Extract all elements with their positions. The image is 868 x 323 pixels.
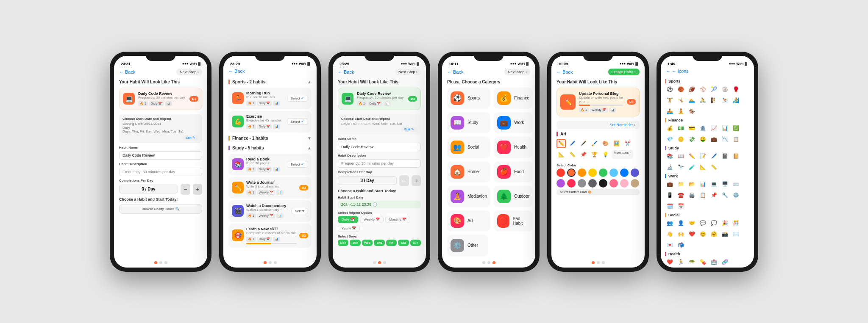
fi-3[interactable]: 🏦 xyxy=(698,124,707,133)
si-7[interactable]: 🏋️ xyxy=(665,96,674,105)
run-fire[interactable]: 🔥 1 xyxy=(246,101,256,106)
monthly-opt[interactable]: Monthly 📅 xyxy=(385,216,410,223)
exercise-select[interactable]: Select ✓ xyxy=(287,118,308,125)
skill-chart[interactable]: 📊 xyxy=(273,237,280,242)
doc-weekly[interactable]: Weekly 📅 xyxy=(257,213,275,218)
si-10[interactable]: 🚴 xyxy=(698,96,707,105)
color-1[interactable] xyxy=(567,168,576,177)
cat-home[interactable]: 🏠 Home xyxy=(447,161,490,182)
si-8[interactable]: 🤸 xyxy=(676,96,685,105)
color-12[interactable] xyxy=(599,179,607,188)
si-13[interactable]: 🏄 xyxy=(731,96,740,105)
color-10[interactable] xyxy=(578,179,586,188)
back-btn-2[interactable]: ← Back xyxy=(228,69,245,74)
hi-3[interactable]: 💊 xyxy=(698,257,707,267)
run-daily[interactable]: Daily 📅 xyxy=(257,101,272,106)
j-fire[interactable]: 🔥 1 xyxy=(246,190,256,195)
back-btn-1[interactable]: ← Back xyxy=(119,69,135,75)
create-btn-5[interactable]: Create Habit + xyxy=(608,69,640,75)
soi-1[interactable]: 👤 xyxy=(676,218,685,228)
wi-7[interactable]: 📱 xyxy=(665,190,674,200)
cat-health[interactable]: ❤️ Health xyxy=(494,137,533,158)
doc-chart[interactable]: 📊 xyxy=(276,213,284,218)
browse-btn-1[interactable]: Browse Ready Habits 🔍 xyxy=(119,204,202,214)
back-btn-6[interactable]: ← ← icons xyxy=(666,69,689,74)
skill-daily[interactable]: Daily 📅 xyxy=(257,237,272,242)
sti-4[interactable]: 🖊️ xyxy=(709,152,718,161)
color-8[interactable] xyxy=(556,179,565,188)
soi-13[interactable]: ✉️ xyxy=(731,229,740,239)
art-icon-2[interactable]: 🖋️ xyxy=(579,139,588,148)
sti-10[interactable]: 📐 xyxy=(698,163,707,172)
stepper-minus-1[interactable]: − xyxy=(181,184,190,195)
si-1[interactable]: 🏀 xyxy=(676,85,685,94)
back-btn-5[interactable]: ← Back xyxy=(556,69,573,75)
cat-study[interactable]: 📖 Study xyxy=(447,112,490,133)
fire-btn-1[interactable]: 🔥 1 xyxy=(138,101,148,106)
fi-9[interactable]: 💸 xyxy=(687,135,696,144)
color-2[interactable] xyxy=(578,168,586,177)
color-7[interactable] xyxy=(631,168,639,177)
sti-9[interactable]: 🧪 xyxy=(687,163,696,172)
color-11[interactable] xyxy=(588,179,597,188)
edit-btn-3[interactable]: Edit ✎ xyxy=(401,127,417,132)
si-6[interactable]: 🥊 xyxy=(731,85,740,94)
fi-7[interactable]: 💎 xyxy=(665,135,674,144)
stepper-inp-3[interactable] xyxy=(338,176,397,185)
plus-3[interactable]: + xyxy=(412,175,421,186)
daily-opt[interactable]: Daily 📅 xyxy=(338,216,358,223)
skill-fire[interactable]: 🔥 1 xyxy=(246,237,256,242)
wi-11[interactable]: 📌 xyxy=(709,190,718,200)
color-14[interactable] xyxy=(620,179,629,188)
more-icons-btn-5[interactable]: More icons › xyxy=(612,150,633,159)
stepper-plus-1[interactable]: + xyxy=(193,184,203,195)
si-3[interactable]: ⚾ xyxy=(698,85,707,94)
chart-btn-1[interactable]: 📊 xyxy=(165,101,172,106)
hi-4[interactable]: 🏥 xyxy=(709,257,718,267)
wi-2[interactable]: 📂 xyxy=(687,179,696,189)
tue-btn[interactable]: Tue xyxy=(350,240,360,246)
sti-0[interactable]: 📚 xyxy=(665,152,674,161)
p3-fire[interactable]: 🔥 1 xyxy=(357,101,367,106)
thu-btn[interactable]: Thu xyxy=(374,240,384,246)
weekly-opt[interactable]: Weekly 📅 xyxy=(360,216,384,223)
custom-color-btn-5[interactable]: Select Custom Color 🎨 xyxy=(556,189,640,195)
fi-2[interactable]: 💳 xyxy=(687,124,696,133)
hi-2[interactable]: 🥗 xyxy=(687,257,696,267)
art-icon-8[interactable]: 📏 xyxy=(568,150,577,159)
cat-other[interactable]: ⚙️ Other xyxy=(447,235,488,256)
soi-2[interactable]: 🤝 xyxy=(687,218,696,228)
soi-12[interactable]: 📸 xyxy=(720,229,729,239)
soi-7[interactable]: 👋 xyxy=(665,229,674,239)
sti-5[interactable]: 📓 xyxy=(720,152,729,161)
h-desc-input-3[interactable] xyxy=(338,159,421,168)
h-name-input-3[interactable] xyxy=(338,143,421,151)
art-icon-1[interactable]: 🖊️ xyxy=(568,139,577,148)
rb-fire[interactable]: 🔥 1 xyxy=(246,167,256,172)
next-btn-4[interactable]: Next Step › xyxy=(504,69,530,75)
cat-outdoor[interactable]: 🌲 Outdoor xyxy=(494,186,533,207)
soi-6[interactable]: 🎊 xyxy=(731,218,740,228)
wi-12[interactable]: 🔧 xyxy=(720,190,729,200)
art-icon-11[interactable]: 💡 xyxy=(601,150,610,159)
fi-8[interactable]: 🪙 xyxy=(676,135,685,144)
reminder-btn-5[interactable]: Set Reminder › xyxy=(556,121,640,129)
sti-8[interactable]: 🔭 xyxy=(676,163,685,172)
soi-9[interactable]: ❤️ xyxy=(687,229,696,239)
edit-btn-1[interactable]: Edit ✎ xyxy=(182,135,199,141)
hi-5[interactable]: 🧬 xyxy=(720,257,729,267)
finance-collapse[interactable]: ▼ xyxy=(307,136,312,141)
si-9[interactable]: 🏊 xyxy=(687,96,696,105)
soi-14[interactable]: 💌 xyxy=(665,240,674,250)
minus-3[interactable]: − xyxy=(399,175,409,186)
fi-11[interactable]: 💼 xyxy=(709,135,718,144)
soi-3[interactable]: 💬 xyxy=(698,218,707,228)
sti-3[interactable]: 📝 xyxy=(698,152,707,161)
p3-chart[interactable]: 📊 xyxy=(384,101,391,106)
habit-name-input-1[interactable] xyxy=(119,151,202,160)
p5-weekly[interactable]: Weekly 📅 xyxy=(590,108,608,113)
si-16[interactable]: 🏇 xyxy=(687,107,696,116)
back-btn-4[interactable]: ← Back xyxy=(447,69,463,75)
fi-0[interactable]: 💰 xyxy=(665,124,674,133)
next-btn-3[interactable]: Next Step › xyxy=(395,69,421,75)
